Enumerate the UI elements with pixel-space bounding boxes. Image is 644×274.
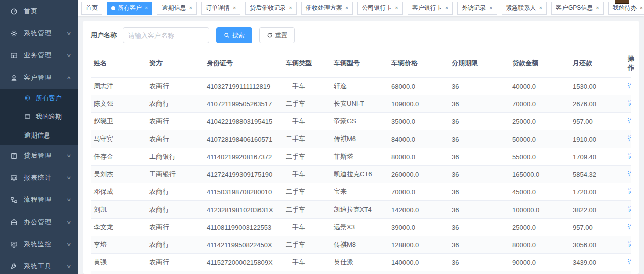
detail-link[interactable]: 详情 (628, 223, 631, 231)
refresh-icon (267, 32, 273, 38)
detail-link[interactable]: 详情 (628, 153, 631, 160)
tab-label: 首页 (86, 4, 98, 12)
cell-车辆价格: 77000.0 (389, 271, 450, 274)
chevron-down-icon: ∨ (66, 153, 72, 158)
tab-3[interactable]: 订单详情× (201, 2, 240, 15)
cell-车辆类型: 二手车 (284, 78, 332, 95)
detail-link[interactable]: 详情 (628, 241, 631, 248)
app-window: 首页系统管理∨业务管理∨客户管理∧所有客户我的逾期逾期信息贷后管理∨报表统计∨流… (0, 0, 644, 274)
sidebar-item-5[interactable]: 报表统计∨ (0, 167, 78, 189)
cell-姓名: 黄强 (91, 254, 147, 271)
tab-0[interactable]: 首页 (81, 2, 102, 15)
cell-车辆类型: 二手车 (284, 271, 332, 274)
cell-车辆类型: 二手车 (284, 254, 332, 271)
table-header: 姓名资方身份证号车辆类型车辆型号车辆价格分期期限贷款金额月还款操作 (91, 50, 631, 78)
sidebar-item-0[interactable]: 首页 (0, 0, 78, 22)
cell-贷款金额: 90000.0 (510, 254, 571, 271)
monitor-icon (10, 241, 18, 248)
search-button[interactable]: 搜索 (216, 27, 252, 43)
cell-资方: 农商行 (147, 78, 205, 95)
detail-link[interactable]: 详情 (628, 206, 631, 213)
cell-身份证号: 411081199003122553 (205, 219, 284, 236)
sidebar-item-9[interactable]: 系统工具∨ (0, 255, 78, 274)
table-row: 李文龙农商行411081199003122553二手车远景X339000.036… (91, 219, 631, 236)
cell-车辆型号: 影豹 (332, 271, 389, 274)
tab-10[interactable]: 客户GPS信息× (551, 2, 604, 15)
table-row: 吴刘杰工商银行412724199309175190二手车凯迪拉克CT626000… (91, 166, 631, 183)
chevron-down-icon: ∨ (66, 264, 72, 269)
close-icon[interactable]: × (489, 5, 492, 11)
sidebar-item-4[interactable]: 贷后管理∨ (0, 145, 78, 167)
sidebar-item-2[interactable]: 业务管理∨ (0, 44, 78, 66)
cell-车辆型号: 传祺M6 (332, 130, 389, 148)
customer-name-input[interactable] (123, 27, 209, 43)
column-header-1: 资方 (147, 50, 205, 78)
chevron-down-icon: ∨ (66, 175, 72, 180)
cell-贷款金额: 25000.0 (510, 113, 571, 130)
tab-7[interactable]: 客户银行卡× (408, 2, 453, 15)
detail-link[interactable]: 详情 (628, 170, 631, 178)
sidebar-item-label: 客户管理 (24, 73, 67, 82)
sidebar-item-3[interactable]: 客户管理∧ (0, 66, 78, 89)
detail-link[interactable]: 详情 (628, 100, 631, 107)
sidebar-item-8[interactable]: 系统监控∨ (0, 233, 78, 255)
close-icon[interactable]: × (640, 5, 643, 11)
cell-贷款金额: 50000.0 (510, 130, 571, 148)
close-icon[interactable]: × (445, 5, 448, 11)
cell-车辆价格: 39000.0 (389, 219, 450, 236)
cell-操作: 详情 (626, 201, 631, 219)
cell-身份证号: 41142119950822450X (205, 236, 284, 254)
close-icon[interactable]: × (145, 5, 148, 11)
cell-身份证号: 410728198406160571 (205, 130, 284, 148)
tab-9[interactable]: 紧急联系人× (502, 2, 547, 15)
reset-button[interactable]: 重置 (259, 27, 295, 43)
sidebar-subitem-3-2[interactable]: 逾期信息 (0, 126, 78, 145)
close-icon[interactable]: × (395, 5, 398, 11)
detail-link[interactable]: 详情 (628, 258, 631, 266)
cell-身份证号: 410327199111112819 (205, 78, 284, 95)
close-icon[interactable]: × (345, 5, 348, 11)
tab-8[interactable]: 外访记录× (457, 2, 497, 15)
column-header-2: 身份证号 (205, 50, 284, 78)
cell-姓名: 陈文强 (91, 95, 147, 113)
cell-月还款: 3056.00 (571, 236, 626, 254)
detail-link[interactable]: 详情 (628, 82, 631, 90)
chevron-up-icon: ∧ (66, 75, 72, 80)
tab-6[interactable]: 公司银行卡× (357, 2, 403, 15)
cell-月还款: 1910.00 (571, 271, 626, 274)
cell-身份证号: 412724199309175190 (205, 166, 284, 183)
tab-1[interactable]: 所有客户× (107, 2, 152, 15)
tab-4[interactable]: 贷后催收记录× (245, 2, 296, 15)
tab-2[interactable]: 逾期信息× (157, 2, 196, 15)
sidebar-item-7[interactable]: 办公管理∨ (0, 211, 78, 233)
sidebar-item-6[interactable]: 流程管理∨ (0, 189, 78, 211)
cell-资方: 农商行 (147, 236, 205, 254)
sidebar-item-label: 系统管理 (24, 29, 67, 38)
avatar[interactable] (615, 0, 629, 4)
cell-车辆型号: 凯迪拉克XT4 (332, 201, 389, 219)
cell-分期期限: 36 (450, 113, 510, 130)
sidebar-subitem-3-0[interactable]: 所有客户 (0, 89, 78, 107)
cell-车辆价格: 142000.0 (389, 201, 450, 219)
cell-操作: 详情 (626, 78, 631, 95)
detail-link[interactable]: 详情 (628, 188, 631, 195)
sidebar-item-1[interactable]: 系统管理∨ (0, 22, 78, 44)
card-icon (24, 113, 31, 120)
cell-车辆价格: 84000.0 (389, 130, 450, 148)
close-icon[interactable]: × (596, 5, 599, 11)
gear-icon (10, 30, 18, 37)
office-icon (10, 219, 18, 226)
close-icon[interactable]: × (289, 5, 292, 11)
detail-link[interactable]: 详情 (628, 117, 631, 125)
search-label: 用户名称 (91, 31, 117, 40)
detail-link[interactable]: 详情 (628, 135, 631, 143)
close-icon[interactable]: × (539, 5, 542, 11)
close-icon[interactable]: × (189, 5, 192, 11)
cell-车辆型号: 帝豪GS (332, 113, 389, 130)
close-icon[interactable]: × (233, 5, 236, 11)
tab-5[interactable]: 催收处理方案× (301, 2, 353, 15)
search-button-label: 搜索 (232, 31, 245, 40)
sidebar-subitem-3-1[interactable]: 我的逾期 (0, 107, 78, 126)
column-header-6: 分期期限 (450, 50, 510, 78)
cell-分期期限: 36 (450, 130, 510, 148)
